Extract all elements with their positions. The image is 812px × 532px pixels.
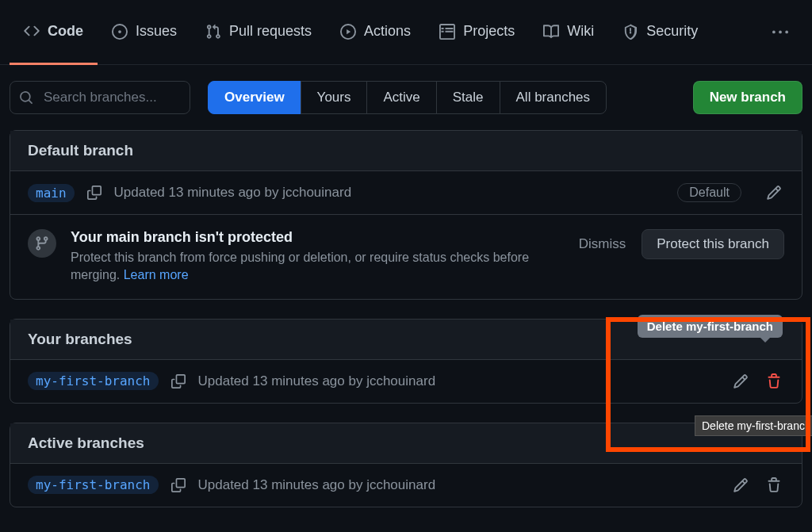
pull-request-icon (205, 24, 221, 40)
default-branch-panel: Default branch main Updated 13 minutes a… (10, 130, 802, 300)
tab-pulls-label: Pull requests (229, 23, 312, 40)
learn-more-link[interactable]: Learn more (124, 268, 189, 281)
notice-body: Your main branch isn't protected Protect… (71, 229, 565, 285)
pencil-icon (766, 185, 782, 201)
tab-code-label: Code (48, 23, 83, 40)
book-icon (543, 24, 559, 40)
tab-actions-label: Actions (364, 23, 411, 40)
tab-actions[interactable]: Actions (326, 0, 425, 65)
copy-button[interactable] (168, 475, 189, 496)
pencil-icon (733, 477, 749, 493)
branches-toolbar: Overview Yours Active Stale All branches… (0, 65, 812, 130)
os-tooltip: Delete my-first-branch (695, 415, 812, 436)
git-branch-icon (34, 235, 50, 251)
your-branches-header: Your branches Delete my-first-branch (10, 320, 802, 360)
kebab-icon (772, 25, 788, 40)
default-badge: Default (677, 183, 741, 202)
copy-button[interactable] (168, 371, 189, 392)
your-branches-panel: Your branches Delete my-first-branch my-… (10, 319, 802, 404)
table-icon (439, 24, 455, 40)
copy-icon (171, 374, 186, 388)
filter-overview[interactable]: Overview (208, 81, 301, 114)
active-branches-header: Active branches (10, 423, 802, 464)
code-icon (24, 23, 40, 39)
issue-icon (112, 24, 128, 40)
copy-icon (171, 478, 186, 492)
updated-text: Updated 13 minutes ago by jcchouinard (114, 185, 352, 201)
filter-all[interactable]: All branches (500, 81, 607, 114)
notice-actions: Dismiss Protect this branch (579, 229, 784, 259)
shield-icon (622, 24, 638, 40)
delete-button[interactable] (764, 475, 784, 496)
active-branches-panel: Active branches my-first-branch Updated … (10, 423, 802, 507)
dismiss-button[interactable]: Dismiss (579, 236, 626, 252)
filter-segmented: Overview Yours Active Stale All branches (208, 81, 607, 114)
notice-desc: Protect this branch from force pushing o… (71, 249, 565, 285)
updated-text: Updated 13 minutes ago by jcchouinard (198, 373, 436, 389)
repo-nav: Code Issues Pull requests Actions Projec… (0, 0, 812, 65)
branch-icon-circle (28, 229, 56, 258)
tab-projects[interactable]: Projects (425, 0, 529, 65)
trash-icon (766, 373, 782, 389)
notice-title: Your main branch isn't protected (71, 229, 565, 246)
tab-wiki-label: Wiki (567, 23, 594, 40)
delete-button[interactable] (764, 371, 784, 392)
trash-icon (766, 477, 782, 493)
pencil-icon (733, 373, 749, 389)
tab-security-label: Security (646, 23, 698, 40)
search-icon (19, 90, 33, 105)
branch-name-chip[interactable]: my-first-branch (28, 476, 159, 494)
tab-wiki[interactable]: Wiki (529, 0, 608, 65)
delete-tooltip: Delete my-first-branch (638, 315, 783, 338)
tab-security[interactable]: Security (608, 0, 712, 65)
search-input[interactable] (10, 81, 190, 114)
row-actions (730, 475, 784, 496)
your-branch-row: my-first-branch Updated 13 minutes ago b… (10, 360, 802, 403)
rename-button[interactable] (730, 475, 751, 496)
default-branch-header: Default branch (10, 131, 802, 171)
rename-button[interactable] (764, 182, 784, 203)
filter-yours[interactable]: Yours (301, 81, 368, 114)
search-wrap (10, 81, 190, 114)
branch-name-chip[interactable]: my-first-branch (28, 372, 159, 390)
copy-button[interactable] (84, 182, 105, 203)
new-branch-button[interactable]: New branch (693, 81, 802, 114)
tab-pulls[interactable]: Pull requests (191, 0, 326, 65)
rename-button[interactable] (730, 371, 751, 392)
nav-more-button[interactable] (758, 15, 802, 50)
protect-branch-button[interactable]: Protect this branch (642, 229, 784, 259)
play-icon (340, 24, 356, 40)
tab-projects-label: Projects (463, 23, 515, 40)
tab-code[interactable]: Code (10, 0, 98, 65)
copy-icon (87, 186, 102, 200)
tab-issues-label: Issues (136, 23, 177, 40)
your-branches-title: Your branches (28, 331, 132, 347)
default-branch-row: main Updated 13 minutes ago by jcchouina… (10, 171, 802, 215)
updated-text: Updated 13 minutes ago by jcchouinard (198, 477, 436, 493)
active-branch-row: my-first-branch Updated 13 minutes ago b… (10, 464, 802, 507)
tab-issues[interactable]: Issues (98, 0, 191, 65)
branch-name-chip[interactable]: main (28, 184, 75, 202)
protect-notice: Your main branch isn't protected Protect… (10, 215, 802, 299)
row-actions (730, 371, 784, 392)
filter-stale[interactable]: Stale (436, 81, 500, 114)
filter-active[interactable]: Active (366, 81, 436, 114)
